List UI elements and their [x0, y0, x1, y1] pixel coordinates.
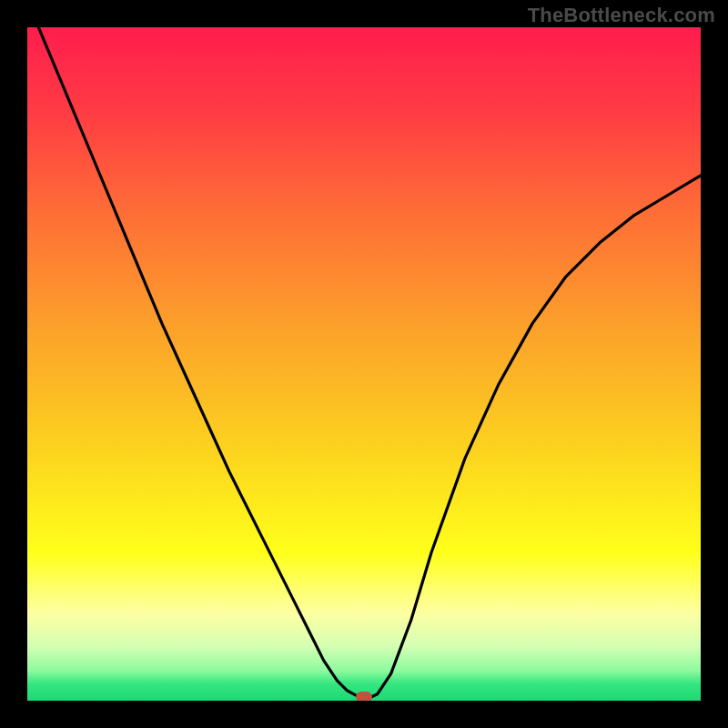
bottleneck-curve	[27, 27, 701, 701]
optimum-marker	[356, 692, 372, 701]
watermark-text: TheBottleneck.com	[528, 4, 715, 27]
plot-area	[27, 27, 701, 701]
chart-frame: TheBottleneck.com	[0, 0, 728, 728]
